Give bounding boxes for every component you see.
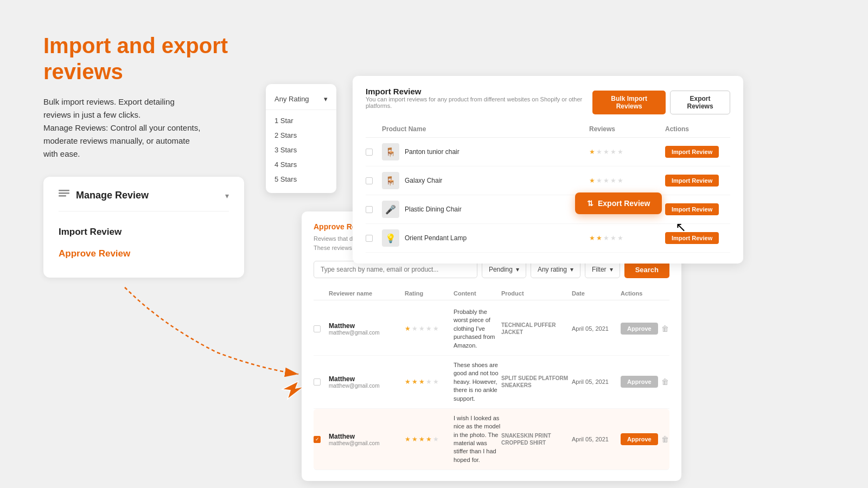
any-rating-label: Any Rating (275, 95, 309, 103)
export-review-overlay-button[interactable]: ⇅ Export Review (575, 192, 662, 214)
star-rating: ★★★★★ (589, 177, 665, 184)
manage-review-label: Manage Review (76, 190, 149, 201)
star-rating: ★★★★★ (405, 325, 454, 332)
svg-marker-4 (282, 381, 304, 399)
actions-cell: Approve 🗑 (621, 323, 669, 335)
import-table-row: 🪑 Galaxy Chair ★★★★★ Import Review (366, 166, 730, 195)
product-img: 💡 (382, 229, 399, 247)
import-review-menu-item[interactable]: Import Review (59, 221, 229, 243)
product-name: Orient Pendant Lamp (405, 234, 467, 242)
status-chevron-icon: ▾ (516, 266, 519, 273)
import-review-button[interactable]: Import Review (665, 232, 719, 244)
review-content: I wish I looked as nice as the model in … (454, 414, 501, 464)
left-section: Import and export reviews Bulk import re… (43, 33, 304, 278)
import-panel-header: Import Review You can import reviews for… (366, 87, 730, 118)
actions-cell: Approve 🗑 (621, 433, 669, 445)
page-container: Import and export reviews Bulk import re… (0, 0, 868, 488)
rating-option-5stars[interactable]: 5 Stars (266, 172, 336, 187)
product-name: Galaxy Chair (405, 177, 442, 184)
import-row-checkbox[interactable] (366, 177, 382, 184)
delete-icon[interactable]: 🗑 (661, 435, 669, 444)
import-row-checkbox[interactable] (366, 235, 382, 242)
approve-col-actions: Actions (621, 290, 669, 297)
import-panel-buttons: Bulk Import Reviews Export Reviews (592, 91, 730, 114)
rating-dropdown-header[interactable]: Any Rating ▾ (266, 91, 336, 110)
cursor-indicator: ↖ (675, 220, 686, 235)
approve-col-check (314, 290, 329, 297)
approve-table-row: Matthew matthew@gmail.com ★★★★★ These sh… (314, 356, 669, 409)
rating-chevron-icon: ▾ (324, 95, 328, 103)
date-col: April 05, 2021 (572, 325, 621, 332)
menu-icon (59, 190, 69, 201)
svg-rect-2 (59, 195, 66, 197)
search-button[interactable]: Search (624, 261, 669, 278)
reviewer-info: Matthew matthew@gmail.com (329, 433, 405, 446)
import-review-button[interactable]: Import Review (665, 146, 719, 158)
export-reviews-button[interactable]: Export Reviews (670, 91, 730, 114)
product-img: 🎤 (382, 201, 399, 218)
approve-col-product: Product (501, 290, 572, 297)
export-review-label: Export Review (598, 199, 650, 208)
actions-cell: Approve 🗑 (621, 376, 669, 388)
approve-table-row-selected: ✓ Matthew matthew@gmail.com ★★★★★ I wish… (314, 409, 669, 470)
date-col: April 05, 2021 (572, 436, 621, 442)
star-rating: ★★★★★ (405, 378, 454, 386)
approve-row-checkbox[interactable] (314, 325, 329, 332)
import-col-reviews: Reviews (589, 125, 665, 133)
star-rating: ★★★★★ (405, 435, 454, 443)
rating-option-4stars[interactable]: 4 Stars (266, 157, 336, 172)
delete-icon[interactable]: 🗑 (661, 324, 669, 333)
approve-col-reviewer: Reviewer name (329, 290, 405, 297)
import-review-button[interactable]: Import Review (665, 175, 719, 187)
bulk-import-button[interactable]: Bulk Import Reviews (592, 91, 666, 114)
chevron-down-icon: ▾ (225, 191, 229, 200)
approve-active-button[interactable]: Approve (621, 433, 658, 445)
approve-review-menu-item[interactable]: Approve Review (59, 243, 229, 265)
approve-button[interactable]: Approve (621, 323, 658, 335)
star-rating: ★★★★★ (589, 234, 665, 242)
approve-col-content: Content (454, 290, 501, 297)
svg-rect-0 (59, 190, 69, 191)
review-content: These shoes are good and not too heavy. … (454, 361, 501, 403)
delete-icon[interactable]: 🗑 (661, 377, 669, 386)
approve-row-checkbox[interactable] (314, 378, 329, 386)
rating-option-2stars[interactable]: 2 Stars (266, 128, 336, 143)
date-col: April 05, 2021 (572, 378, 621, 385)
import-table-row: 🪑 Panton tunior chair ★★★★★ Import Revie… (366, 138, 730, 166)
manage-review-item[interactable]: Manage Review ▾ (59, 190, 229, 211)
product-col: SNAKESKIN PRINT CROPPED SHIRT (501, 432, 572, 446)
rating-option-1star[interactable]: 1 Star (266, 113, 336, 128)
rating-option-3stars[interactable]: 3 Stars (266, 143, 336, 157)
import-row-checkbox[interactable] (366, 206, 382, 213)
product-info: 🪑 Panton tunior chair (382, 143, 589, 160)
approve-table-header: Reviewer name Rating Content Product Dat… (314, 287, 669, 300)
review-content: Probably the worst piece of clothing I'v… (454, 308, 501, 350)
import-table-header: Product Name Reviews Actions (366, 121, 730, 138)
rating-dropdown-card: Any Rating ▾ 1 Star 2 Stars 3 Stars 4 St… (266, 84, 336, 193)
product-name: Plastic Dining Chair (405, 206, 462, 213)
page-description: Bulk import reviews. Export detailing re… (43, 95, 304, 160)
import-panel-title: Import Review (366, 87, 592, 96)
import-panel-subtitle: You can import reviews for any product f… (366, 96, 592, 109)
rating-filter-chevron-icon: ▾ (570, 266, 573, 273)
product-col: SPLIT SUEDE PLATFORM SNEAKERS (501, 375, 572, 389)
import-review-button[interactable]: Import Review (665, 203, 719, 215)
import-col-actions: Actions (665, 125, 730, 133)
approve-button[interactable]: Approve (621, 376, 658, 388)
dashed-arrow (108, 282, 326, 390)
approve-row-checkbox-selected[interactable]: ✓ (314, 436, 329, 443)
export-arrows-icon: ⇅ (587, 199, 593, 208)
product-img: 🪑 (382, 143, 399, 160)
filter-chevron-icon: ▾ (610, 266, 613, 273)
reviewer-info: Matthew matthew@gmail.com (329, 375, 405, 389)
arrow-pointer-icon (277, 378, 304, 402)
product-info: 🎤 Plastic Dining Chair (382, 201, 589, 218)
star-rating: ★★★★★ (589, 148, 665, 156)
import-panel: Import Review You can import reviews for… (353, 76, 743, 264)
import-row-checkbox[interactable] (366, 149, 382, 156)
product-name: Panton tunior chair (405, 148, 459, 156)
reviewer-info: Matthew matthew@gmail.com (329, 322, 405, 336)
import-col-product: Product Name (382, 125, 589, 133)
product-img: 🪑 (382, 172, 399, 189)
approve-col-date: Date (572, 290, 621, 297)
